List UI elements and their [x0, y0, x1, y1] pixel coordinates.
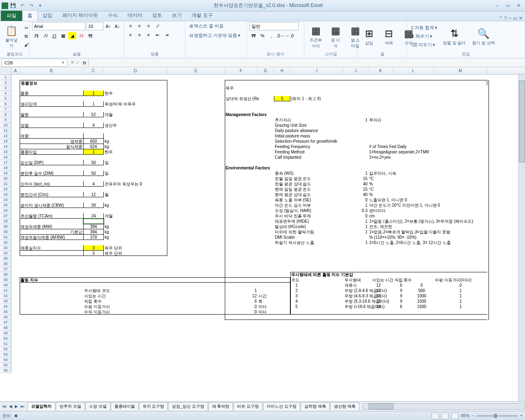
autosum-button[interactable]: Σ 자동 합계 ▾: [409, 24, 439, 32]
col-header-I[interactable]: I: [290, 67, 344, 74]
col-header-G[interactable]: G: [258, 67, 274, 74]
cell-D5[interactable]: [104, 96, 167, 101]
cell-B24[interactable]: [20, 197, 83, 203]
hscroll-thumb[interactable]: [369, 404, 393, 409]
page-break-view-button[interactable]: [451, 413, 459, 419]
cell-B31[interactable]: 체성숙절식체중 (AFBW): [20, 235, 83, 240]
cell-C34[interactable]: 3: [83, 251, 104, 256]
cell-C42[interactable]: 서있는 시간: [83, 293, 157, 299]
cell-D12[interactable]: [104, 133, 167, 139]
cell-H19[interactable]: 풍속 (WS): [274, 171, 348, 176]
cell-J32[interactable]: 1: [344, 240, 368, 245]
cell-I44[interactable]: 5: [290, 304, 303, 309]
row-header-30[interactable]: 30: [0, 229, 11, 235]
col-header-M[interactable]: M: [434, 67, 487, 74]
underline-button[interactable]: 가: [50, 32, 58, 39]
cell-G43[interactable]: 회: [258, 299, 274, 304]
cell-K16[interactable]: 1=no,2=yes: [368, 155, 459, 160]
doc-restore-button[interactable]: ▭: [513, 16, 517, 21]
row-header-8[interactable]: 8: [0, 112, 11, 117]
row-header-20[interactable]: 20: [0, 176, 11, 181]
cell-D23[interactable]: 월: [104, 192, 167, 197]
row-header-51[interactable]: 51: [0, 341, 11, 347]
tab-nav-last-icon[interactable]: ⏭: [20, 404, 25, 409]
col-header-L[interactable]: L: [393, 67, 434, 74]
cell-C6[interactable]: 1: [83, 101, 104, 107]
cell-F37[interactable]: [225, 267, 258, 272]
cell-D26[interactable]: [104, 208, 167, 213]
align-right-icon[interactable]: ≡: [144, 31, 153, 39]
row-header-44[interactable]: 44: [0, 304, 11, 309]
row-header-25[interactable]: 25: [0, 203, 11, 208]
cell-D11[interactable]: [104, 128, 167, 133]
active-cell[interactable]: [83, 219, 104, 224]
cell-K31[interactable]: % (110=+10%; 90= -10%): [368, 235, 483, 240]
cell-C29[interactable]: 394: [83, 224, 104, 229]
col-header-K[interactable]: K: [368, 67, 393, 74]
cell-C21[interactable]: 4: [83, 181, 104, 187]
sheet-tab-2[interactable]: 소장 모델: [85, 402, 110, 410]
cell-H28[interactable]: 체표면두께 (HIDE): [274, 219, 348, 224]
cell-B34[interactable]: [20, 251, 83, 256]
cell-J10[interactable]: [344, 123, 368, 128]
cell-F46[interactable]: [225, 315, 487, 320]
cell-B2[interactable]: [20, 80, 83, 85]
cell-D9[interactable]: [104, 117, 167, 123]
cell-I38[interactable]: 우사형태에 따른 활동 지수 기본값: [290, 272, 454, 277]
cell-C45[interactable]: 수직 이동거리: [83, 309, 157, 315]
fx-icon[interactable]: fx: [83, 60, 87, 65]
tab-nav-next-icon[interactable]: ▶: [14, 404, 19, 409]
cell-J30[interactable]: 1: [344, 229, 368, 235]
cell-F26[interactable]: [225, 208, 258, 213]
row-header-10[interactable]: 10: [0, 123, 11, 128]
indent-dec-icon[interactable]: ⇤: [153, 31, 162, 39]
wrap-text-button[interactable]: ⊞ 텍스트 줄 바꿈: [188, 22, 225, 30]
cell-F20[interactable]: [225, 176, 258, 181]
cell-D8[interactable]: 개월: [104, 112, 167, 117]
cell-D32[interactable]: [104, 240, 167, 245]
cell-B16[interactable]: [20, 155, 83, 160]
row-header-21[interactable]: 21: [0, 181, 11, 187]
cell-J31[interactable]: [344, 235, 368, 240]
cell-D24[interactable]: [104, 197, 167, 203]
cell-M42[interactable]: 1: [434, 293, 487, 299]
grow-font-icon[interactable]: A↑: [104, 23, 112, 30]
col-header-D[interactable]: D: [104, 67, 167, 74]
cell-F38[interactable]: [225, 272, 258, 277]
row-header-36[interactable]: 36: [0, 261, 11, 267]
row-header-14[interactable]: 14: [0, 144, 11, 149]
font-name-select[interactable]: [32, 22, 85, 30]
doc-minimize-button[interactable]: ─: [508, 16, 511, 21]
cell-H39[interactable]: [274, 277, 290, 283]
cell-F3[interactable]: 육우: [225, 85, 258, 91]
cell-J25[interactable]: 1: [344, 203, 368, 208]
cut-icon[interactable]: ✂: [22, 25, 30, 32]
cell-F21[interactable]: [225, 181, 258, 187]
cell-M41[interactable]: 1: [434, 288, 487, 293]
cell-G42[interactable]: 시간: [258, 293, 274, 299]
sheet-tab-3[interactable]: 품종테이블: [111, 402, 139, 410]
cell-H27[interactable]: 우사 바닥 진흙 두께: [274, 213, 348, 219]
row-header-52[interactable]: 52: [0, 347, 11, 352]
cell-I45[interactable]: [290, 309, 487, 315]
cell-D2[interactable]: [104, 80, 167, 85]
row-header-13[interactable]: 13: [0, 139, 11, 144]
cell-D33[interactable]: 육우 단위: [104, 245, 167, 251]
cell-F28[interactable]: [225, 219, 258, 224]
cell-D30[interactable]: kg: [104, 229, 167, 235]
row-header-12[interactable]: 12: [0, 133, 11, 139]
fill-button[interactable]: ⬇ 채우기 ▾: [409, 32, 439, 40]
col-header-H[interactable]: H: [274, 67, 290, 74]
cell-K27[interactable]: cm: [368, 213, 483, 219]
cell-B17[interactable]: 임신일 (DIP): [20, 160, 83, 165]
row-header-11[interactable]: 11: [0, 128, 11, 133]
close-button[interactable]: ✕: [514, 2, 523, 9]
row-header-5[interactable]: 5: [0, 96, 11, 101]
row-header-15[interactable]: 15: [0, 149, 11, 155]
cell-B40[interactable]: [20, 283, 83, 288]
cell-K32[interactable]: 1=0시간 노출, 2=6시간 노출, 3= 12시간 노출: [368, 240, 483, 245]
cell-K21[interactable]: %: [368, 181, 483, 187]
cell-F23[interactable]: [225, 192, 258, 197]
cell-B28[interactable]: [20, 219, 83, 224]
zoom-out-button[interactable]: −: [472, 413, 474, 418]
